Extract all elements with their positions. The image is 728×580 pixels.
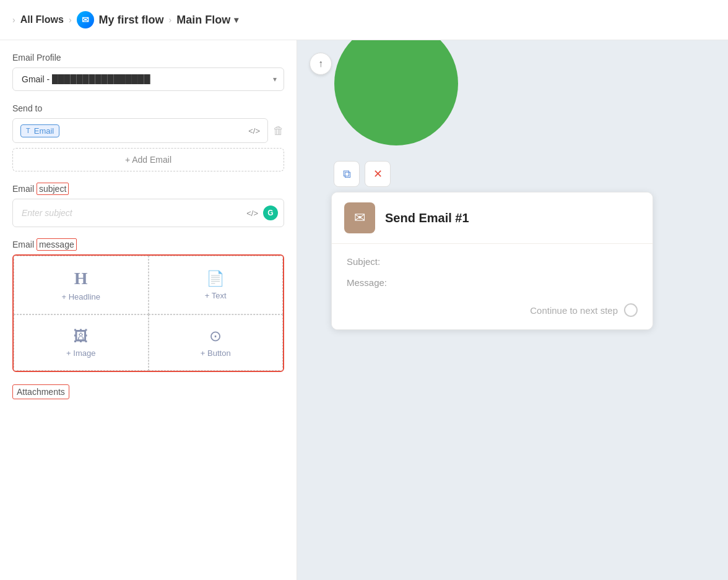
email-node-icon-wrap: ✉ xyxy=(344,202,375,233)
subject-code-icon[interactable]: </> xyxy=(246,209,258,218)
email-envelope-icon: ✉ xyxy=(354,210,365,226)
email-tag-text: Email xyxy=(34,126,54,136)
start-node-circle xyxy=(334,40,458,145)
email-profile-select[interactable]: Gmail - ████████████████ xyxy=(12,67,284,91)
email-message-grid: H + Headline 📄 + Text 🖼 + Image ⊙ + Butt… xyxy=(12,254,284,372)
send-to-group: Send to T Email </> 🗑 + Add Email xyxy=(12,103,284,171)
node-actions: ⧉ ✕ xyxy=(334,161,653,187)
delete-node-button[interactable]: ✕ xyxy=(365,161,391,187)
image-icon: 🖼 xyxy=(74,327,89,345)
subject-input[interactable] xyxy=(12,199,284,227)
email-node-subject-label: Subject: xyxy=(347,256,380,267)
text-icon: 📄 xyxy=(206,270,225,287)
email-message-label: Email message xyxy=(12,240,284,249)
headline-label: + Headline xyxy=(61,292,100,301)
main-flow-section: Main Flow ▾ xyxy=(176,14,238,27)
main-flow-label[interactable]: Main Flow xyxy=(176,14,230,27)
email-message-highlight: message xyxy=(37,238,77,251)
chevron-icon-mid: › xyxy=(69,15,72,25)
messenger-icon: ✉ xyxy=(77,11,94,28)
main-flow-dropdown-icon[interactable]: ▾ xyxy=(234,15,238,25)
flow-name-label[interactable]: My first flow xyxy=(99,14,164,27)
email-node-message-label: Message: xyxy=(347,277,387,288)
continue-circle-button[interactable] xyxy=(624,303,638,317)
continue-row: Continue to next step xyxy=(347,298,638,317)
email-profile-group: Email Profile Gmail - ████████████████ ▾ xyxy=(12,53,284,91)
up-arrow-icon: ↑ xyxy=(318,58,323,69)
attachments-label[interactable]: Attachments xyxy=(12,384,69,399)
email-node-wrapper: ⧉ ✕ ✉ Send Email #1 Subject: xyxy=(331,161,653,330)
email-profile-label: Email Profile xyxy=(12,53,284,63)
copy-icon: ⧉ xyxy=(343,168,351,181)
grammarly-icon: G xyxy=(263,206,278,220)
image-label: + Image xyxy=(66,348,95,358)
chevron-icon-left: › xyxy=(12,15,15,25)
canvas-up-button[interactable]: ↑ xyxy=(310,53,332,75)
email-message-group: Email message H + Headline 📄 + Text 🖼 + … xyxy=(12,240,284,372)
main-layout: Email Profile Gmail - ████████████████ ▾… xyxy=(0,40,728,580)
send-to-row: T Email </> 🗑 xyxy=(12,118,284,143)
subject-icons: </> G xyxy=(246,206,278,220)
continue-text: Continue to next step xyxy=(530,305,618,316)
delete-icon: ✕ xyxy=(373,167,383,181)
email-node-header: ✉ Send Email #1 xyxy=(332,193,652,244)
email-message-prefix: Email xyxy=(12,240,37,249)
email-tag: T Email xyxy=(20,124,59,137)
attachments-group: Attachments xyxy=(12,384,284,399)
delete-send-to-button[interactable]: 🗑 xyxy=(273,124,284,137)
tag-type-icon: T xyxy=(26,127,30,134)
flow-name-section: ✉ My first flow xyxy=(77,11,164,28)
topbar: › All Flows › ✉ My first flow › Main Flo… xyxy=(0,0,728,40)
email-node-title: Send Email #1 xyxy=(385,211,469,225)
add-email-button[interactable]: + Add Email xyxy=(12,148,284,171)
chevron-icon-right: › xyxy=(169,15,172,25)
text-label: + Text xyxy=(205,291,227,300)
email-profile-select-wrapper: Gmail - ████████████████ ▾ xyxy=(12,67,284,91)
email-subject-group: Email subject </> G xyxy=(12,184,284,227)
message-grid-inner: H + Headline 📄 + Text 🖼 + Image ⊙ + Butt… xyxy=(14,256,283,371)
email-node-message-field: Message: xyxy=(347,277,638,288)
email-node-body: Subject: Message: Continue to next step xyxy=(332,244,652,329)
copy-node-button[interactable]: ⧉ xyxy=(334,161,360,187)
left-panel: Email Profile Gmail - ████████████████ ▾… xyxy=(0,40,297,580)
all-flows-link[interactable]: All Flows xyxy=(20,14,64,25)
email-node-subject-field: Subject: xyxy=(347,256,638,267)
subject-input-wrapper: </> G xyxy=(12,199,284,227)
email-node-card: ✉ Send Email #1 Subject: Message: Contin… xyxy=(331,192,653,330)
tag-code-button[interactable]: </> xyxy=(248,126,260,136)
add-button-button[interactable]: ⊙ + Button xyxy=(149,314,284,371)
email-subject-prefix: Email xyxy=(12,184,37,194)
button-label: + Button xyxy=(201,348,231,358)
add-headline-button[interactable]: H + Headline xyxy=(14,256,149,314)
email-subject-label: Email subject xyxy=(12,184,284,194)
flow-canvas[interactable]: ↑ ⧉ ✕ ✉ Send Email #1 xyxy=(297,40,728,580)
email-subject-highlight: subject xyxy=(37,183,69,195)
send-to-label: Send to xyxy=(12,103,284,113)
button-icon: ⊙ xyxy=(209,327,222,345)
add-image-button[interactable]: 🖼 + Image xyxy=(14,314,149,371)
add-text-button[interactable]: 📄 + Text xyxy=(149,256,284,314)
email-tag-input[interactable]: T Email </> xyxy=(12,118,268,143)
headline-icon: H xyxy=(74,269,88,288)
